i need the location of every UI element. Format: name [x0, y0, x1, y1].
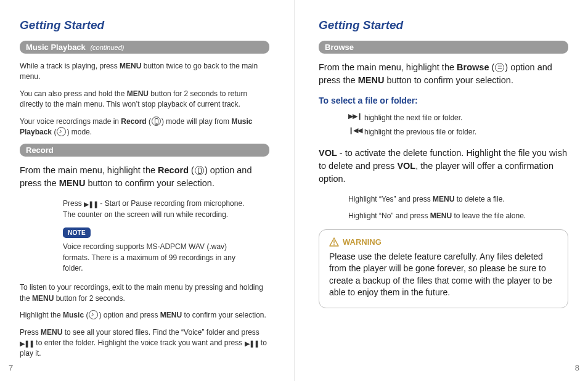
warning-title: WARNING: [329, 237, 558, 247]
play-pause-icon: ▶❚❚: [84, 201, 98, 208]
record-icon: [195, 166, 204, 175]
section-label: Browse: [325, 43, 354, 52]
lead-paragraph: From the main menu, highlight the Record…: [20, 164, 269, 190]
note-text: Voice recording supports MS-ADPCM WAV (.…: [63, 242, 251, 274]
page-right: Getting Started Browse From the main men…: [294, 0, 588, 381]
page-number-left: 7: [9, 363, 13, 372]
warning-icon: [329, 237, 339, 247]
paragraph: Press MENU to see all your stored files.…: [20, 327, 269, 359]
section-bar-record: Record: [20, 144, 269, 157]
play-pause-icon: ▶❚❚: [245, 340, 259, 347]
note-badge: NOTE: [63, 227, 91, 238]
page-left: Getting Started Music Playback (continue…: [0, 0, 294, 381]
paragraph: VOL - to activate the delete function. H…: [319, 147, 568, 186]
paragraph: Your voice recordings made in Record () …: [20, 117, 269, 138]
warning-text: Please use the delete feature carefully.…: [329, 251, 558, 299]
paragraph: Highlight “No” and press MENU to leave t…: [348, 211, 556, 221]
paragraph: You can also press and hold the MENU but…: [20, 89, 269, 110]
music-icon: [89, 310, 98, 319]
warning-box: WARNING Please use the delete feature ca…: [319, 229, 568, 308]
music-icon: [57, 127, 66, 136]
page-title: Getting Started: [319, 18, 568, 32]
page-spread: Getting Started Music Playback (continue…: [0, 0, 588, 381]
section-label: Record: [26, 145, 54, 155]
prev-icon: ❙◀◀: [348, 127, 359, 134]
page-number-right: 8: [575, 363, 579, 372]
sub-heading: To select a file or folder:: [319, 96, 568, 105]
lead-paragraph: From the main menu, highlight the Browse…: [319, 61, 568, 87]
record-icon: [152, 117, 161, 126]
section-bar-browse: Browse: [319, 41, 568, 54]
paragraph: Highlight “Yes” and press MENU to delete…: [348, 194, 556, 205]
paragraph: While a track is playing, press MENU but…: [20, 61, 269, 83]
next-icon: ▶▶❙: [348, 113, 359, 120]
paragraph: Highlight the Music () option and press …: [20, 310, 269, 321]
page-title: Getting Started: [20, 18, 269, 32]
paragraph: Press ▶❚❚ - Start or Pause recording fro…: [63, 199, 251, 220]
play-pause-icon: ▶❚❚: [20, 340, 34, 347]
section-continued: (continued): [90, 44, 124, 51]
paragraph: To listen to your recordings, exit to th…: [20, 282, 269, 304]
section-bar-music-playback: Music Playback (continued): [20, 41, 269, 54]
list-item: ▶▶❙ highlight the next file or folder.: [348, 113, 556, 123]
browse-icon: [495, 63, 504, 72]
svg-point-1: [333, 244, 335, 245]
section-label: Music Playback: [26, 43, 86, 52]
list-item: ❙◀◀ highlight the previous file or folde…: [348, 127, 556, 137]
